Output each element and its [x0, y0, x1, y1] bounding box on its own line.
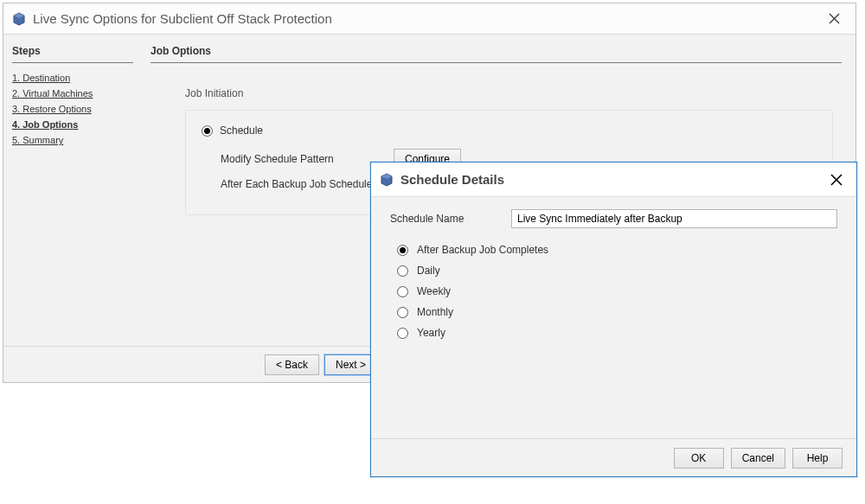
frequency-list: After Backup Job CompletesDailyWeeklyMon…	[397, 244, 837, 339]
step-link[interactable]: 2. Virtual Machines	[12, 86, 133, 101]
after-each-label: After Each Backup Job Schedule	[221, 178, 372, 190]
dialog-footer: OK Cancel Help	[371, 438, 856, 476]
modify-pattern-label: Modify Schedule Pattern	[221, 153, 368, 165]
frequency-label: Yearly	[417, 327, 445, 339]
schedule-name-row: Schedule Name	[390, 209, 837, 228]
schedule-label: Schedule	[220, 124, 263, 137]
frequency-label: After Backup Job Completes	[417, 244, 548, 256]
dialog-titlebar: Schedule Details	[371, 163, 856, 197]
panel-header: Job Options	[151, 40, 842, 63]
steps-header: Steps	[12, 40, 133, 63]
close-icon[interactable]	[825, 174, 848, 186]
frequency-option[interactable]: Monthly	[397, 306, 837, 318]
close-icon[interactable]	[821, 13, 847, 24]
frequency-option[interactable]: Weekly	[397, 285, 837, 297]
steps-list: 1. Destination2. Virtual Machines3. Rest…	[12, 70, 133, 148]
steps-pane: Steps 1. Destination2. Virtual Machines3…	[3, 35, 142, 346]
back-button[interactable]: < Back	[265, 354, 319, 375]
frequency-option[interactable]: Daily	[397, 265, 837, 277]
frequency-option[interactable]: After Backup Job Completes	[397, 244, 837, 256]
job-initiation-title: Job Initiation	[185, 87, 833, 99]
schedule-radio-row[interactable]: Schedule	[202, 124, 817, 137]
frequency-radio[interactable]	[397, 265, 408, 277]
app-icon	[380, 173, 394, 187]
dialog-title: Schedule Details	[400, 172, 825, 187]
frequency-option[interactable]: Yearly	[397, 327, 837, 339]
schedule-name-label: Schedule Name	[390, 213, 477, 225]
frequency-radio[interactable]	[397, 286, 408, 297]
wizard-titlebar: Live Sync Options for Subclient Off Stac…	[3, 3, 855, 35]
dialog-body: Schedule Name After Backup Job Completes…	[371, 197, 856, 438]
cancel-button[interactable]: Cancel	[731, 448, 785, 469]
ok-button[interactable]: OK	[674, 448, 724, 469]
next-button[interactable]: Next >	[324, 354, 377, 375]
help-button[interactable]: Help	[792, 448, 843, 469]
frequency-label: Monthly	[417, 306, 453, 318]
frequency-label: Daily	[417, 265, 440, 277]
step-link[interactable]: 4. Job Options	[12, 117, 133, 132]
schedule-details-dialog: Schedule Details Schedule Name After Bac…	[370, 162, 857, 477]
app-icon	[12, 12, 26, 26]
step-link[interactable]: 1. Destination	[12, 70, 133, 86]
frequency-label: Weekly	[417, 285, 451, 297]
step-link[interactable]: 5. Summary	[12, 132, 133, 148]
schedule-name-input[interactable]	[511, 209, 837, 228]
schedule-radio[interactable]	[202, 125, 213, 137]
frequency-radio[interactable]	[397, 307, 408, 318]
wizard-title: Live Sync Options for Subclient Off Stac…	[33, 11, 821, 26]
frequency-radio[interactable]	[397, 328, 408, 339]
frequency-radio[interactable]	[397, 245, 408, 256]
step-link[interactable]: 3. Restore Options	[12, 101, 133, 117]
